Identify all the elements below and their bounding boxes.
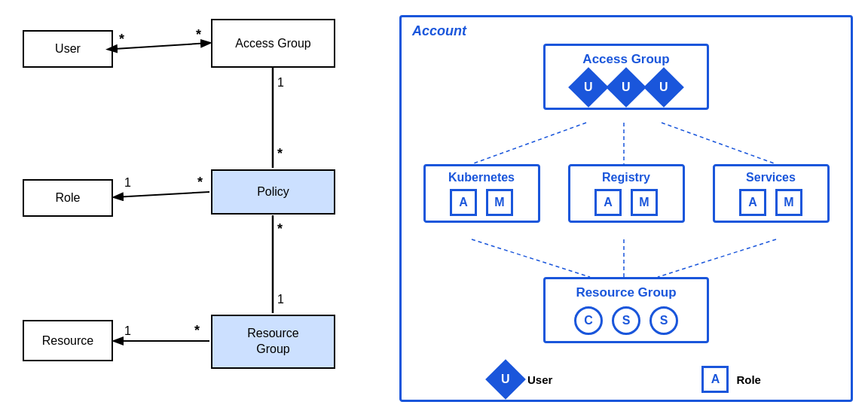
svg-text:*: * <box>197 175 203 190</box>
legend-role: A Role <box>701 366 761 393</box>
legend: U User A Role <box>402 365 851 394</box>
svg-text:1: 1 <box>124 176 131 189</box>
services-role-icon-a: A <box>739 189 766 216</box>
ag-users-row: U U U <box>561 73 692 102</box>
svg-line-17 <box>662 123 776 164</box>
user-box: User <box>23 30 113 68</box>
svg-text:1: 1 <box>124 324 131 337</box>
svg-line-0 <box>115 43 209 49</box>
user-icon-3: U <box>643 67 684 108</box>
left-diagram: User Access Group Role Policy Resource R… <box>8 8 377 409</box>
k8s-role-icon-a: A <box>450 189 477 216</box>
svg-text:*: * <box>194 323 200 338</box>
policy-box: Policy <box>211 169 335 215</box>
rg-title: Resource Group <box>561 285 692 300</box>
user-icon-1: U <box>568 67 609 108</box>
ag-title: Access Group <box>561 52 692 67</box>
legend-user-icon: U <box>485 359 526 400</box>
services-title: Services <box>726 171 817 184</box>
resource-group-box: ResourceGroup <box>211 315 335 369</box>
legend-role-label: Role <box>736 373 761 386</box>
role-box: Role <box>23 179 113 217</box>
services-role-icon-m: M <box>775 189 802 216</box>
kubernetes-box: Kubernetes A M <box>423 164 540 223</box>
resource-box: Resource <box>23 320 113 361</box>
k8s-role-icon-m: M <box>486 189 513 216</box>
main-container: User Access Group Role Policy Resource R… <box>0 0 868 417</box>
rg-icon-s2: S <box>649 306 678 335</box>
svg-line-20 <box>658 239 776 277</box>
svg-text:*: * <box>277 221 283 236</box>
svg-line-6 <box>115 192 209 197</box>
rg-icon-s1: S <box>612 306 640 335</box>
legend-user: U User <box>491 365 552 394</box>
svg-text:*: * <box>119 32 124 47</box>
svg-line-18 <box>472 239 590 277</box>
services-icons: A M <box>726 189 817 216</box>
access-group-box: Access Group <box>211 19 335 68</box>
ag-top-box: Access Group U U U <box>543 44 709 110</box>
services-box: Services A M <box>713 164 830 223</box>
resource-group-right-box: Resource Group C S S <box>543 277 709 343</box>
svg-text:*: * <box>277 146 283 161</box>
rg-icon-c: C <box>574 306 603 335</box>
svg-text:1: 1 <box>277 76 284 89</box>
services-row: Kubernetes A M Registry A M Services A <box>409 164 843 223</box>
account-label: Account <box>412 23 466 39</box>
registry-box: Registry A M <box>568 164 685 223</box>
svg-line-15 <box>472 123 586 164</box>
registry-role-icon-m: M <box>631 189 658 216</box>
svg-text:*: * <box>196 27 201 42</box>
registry-title: Registry <box>581 171 672 184</box>
legend-role-icon: A <box>701 366 729 393</box>
registry-role-icon-a: A <box>594 189 622 216</box>
registry-icons: A M <box>581 189 672 216</box>
kubernetes-icons: A M <box>436 189 527 216</box>
right-diagram: Account Access Group U U U Kubernetes A … <box>399 15 853 402</box>
svg-text:1: 1 <box>277 293 284 306</box>
user-icon-2: U <box>606 67 646 108</box>
legend-user-label: User <box>527 373 552 386</box>
rg-icons-row: C S S <box>561 306 692 335</box>
kubernetes-title: Kubernetes <box>436 171 527 184</box>
